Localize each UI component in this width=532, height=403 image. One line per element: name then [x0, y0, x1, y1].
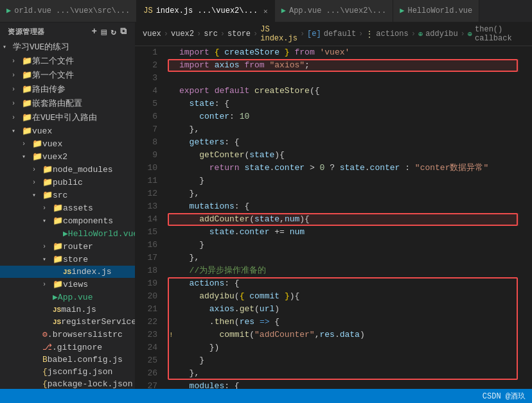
crumb-addyibu[interactable]: addyibu [425, 30, 457, 39]
item-label: vuex [32, 126, 52, 136]
line-content-21: axios.get(url) [179, 303, 519, 316]
folder-icon: 📁 [42, 177, 53, 187]
line-numbers: 1 2 3 4 5 6 7 8 9 10 11 12 13 14 15 16 1 [135, 46, 164, 389]
sidebar-item-src[interactable]: ▾ 📁 src [0, 189, 135, 202]
tab-helloworld-vue[interactable]: ▶ HelloWorld.vue [393, 0, 479, 22]
line-content-2: import axios from "axios"; [179, 59, 519, 72]
code-line-23: ! commit("addCounter",res.data) [169, 329, 519, 341]
breadcrumb: vuex › vuex2 › src › store › JS index.js… [135, 22, 532, 46]
crumb-src[interactable]: src [204, 30, 218, 39]
tab-app-vue[interactable]: ▶ App.vue ...\vuex2\... [275, 0, 393, 22]
folder-icon: 📁 [22, 112, 32, 123]
sidebar-item-di2ge[interactable]: › 📁 第二个文件 [0, 54, 135, 68]
folder-arrow: ▾ [32, 191, 42, 199]
folder-icon: 📁 [53, 254, 63, 264]
sidebar-item-jsconfigjson[interactable]: { jsconfig.json [0, 366, 135, 378]
sidebar-item-router[interactable]: › 📁 router [0, 240, 135, 253]
sidebar-item-vuex[interactable]: ▾ 📁 vuex [0, 124, 135, 137]
sidebar-item-node-modules[interactable]: › 📁 node_modules [0, 163, 135, 176]
crumb-default[interactable]: default [324, 30, 356, 39]
code-line-14: addCounter(state,num){ [169, 213, 519, 226]
bottom-bar: CSDN @酒玖 [0, 389, 532, 403]
folder-icon: 📁 [53, 241, 63, 252]
crumb-store[interactable]: store [227, 30, 251, 39]
rc-file-icon: ⚙ [42, 329, 48, 339]
code-line-18: //为异步操作准备的 [169, 264, 519, 277]
sidebar-item-di1ge[interactable]: › 📁 第一个文件 [0, 68, 135, 82]
tab-close-icon[interactable]: ✕ [263, 7, 268, 15]
sidebar-item-zaivue[interactable]: › 📁 在VUE中引入路由 [0, 110, 135, 124]
folder-icon: 📁 [53, 203, 63, 213]
item-label: 在VUE中引入路由 [32, 112, 97, 123]
vue-file-icon: ▶ [400, 6, 404, 15]
item-label: 第一个文件 [32, 69, 74, 81]
sidebar-item-helloworldvue[interactable]: ▶ HelloWorld.vue [0, 227, 135, 240]
item-label: registerServiceWorker.js [61, 317, 135, 327]
item-label: .gitignore [52, 343, 102, 352]
refresh-icon[interactable]: ↻ [111, 26, 116, 37]
sidebar-item-assets[interactable]: › 📁 assets [0, 202, 135, 214]
item-label: .browserslistrc [48, 330, 123, 339]
item-label: babel.config.js [48, 355, 123, 364]
new-file-icon[interactable]: + [92, 26, 98, 37]
sidebar-item-lutouchuandi[interactable]: › 📁 路由传参 [0, 82, 135, 96]
folder-arrow: ▾ [22, 153, 32, 160]
sidebar-item-babelconfig[interactable]: B babel.config.js [0, 354, 135, 366]
crumb-vuex[interactable]: vuex [143, 30, 161, 39]
item-label: node_modules [53, 165, 113, 175]
sidebar-item-public[interactable]: › 📁 public [0, 176, 135, 189]
sidebar-item-store[interactable]: ▾ 📁 store [0, 253, 135, 266]
crumb-vuex2[interactable]: vuex2 [171, 30, 194, 39]
crumb-indexjs[interactable]: JS index.js [260, 25, 297, 43]
vue-file-icon: ▶ [63, 228, 68, 239]
folder-icon: 📁 [53, 216, 63, 226]
vue-file-icon: ▶ [6, 6, 11, 15]
item-label: App.vue [58, 293, 93, 302]
tab-bar: ▶ orld.vue ...\vuex\src\... JS index.js … [0, 0, 532, 22]
code-line-22: .then(res => { [169, 316, 519, 329]
line-content-23: commit("addCounter",res.data) [179, 329, 519, 341]
babel-file-icon: B [42, 355, 48, 364]
item-label: 路由传参 [32, 83, 66, 95]
new-folder-icon[interactable]: ▤ [101, 26, 107, 37]
code-line-16: } [169, 239, 519, 252]
sidebar-item-views[interactable]: › 📁 views [0, 278, 135, 291]
editor-area[interactable]: 1 2 3 4 5 6 7 8 9 10 11 12 13 14 15 16 1 [135, 46, 532, 389]
collapse-icon[interactable]: ⧉ [120, 26, 127, 37]
line-content-10: return state.conter > 0 ? state.conter :… [179, 162, 519, 175]
item-label: main.js [61, 305, 96, 314]
tab-world-vue[interactable]: ▶ orld.vue ...\vuex\src\... [0, 0, 137, 22]
sidebar-item-appvue[interactable]: ▶ App.vue [0, 291, 135, 304]
line-content-17: }, [179, 252, 519, 264]
code-line-12: }, [169, 187, 519, 200]
crumb-actions[interactable]: actions [376, 30, 408, 39]
sidebar-item-indexjs[interactable]: JS index.js [0, 266, 135, 278]
crumb-then[interactable]: then() callback [475, 25, 524, 43]
sidebar-item-mainjs[interactable]: JS main.js [0, 304, 135, 316]
sidebar-item-packagelock[interactable]: { package-lock.json [0, 378, 135, 389]
folder-icon: 📁 [22, 126, 32, 136]
sep7: › [411, 30, 416, 39]
sidebar-item-components[interactable]: ▾ 📁 components [0, 214, 135, 227]
sidebar-item-browserslistrc[interactable]: ⚙ .browserslistrc [0, 328, 135, 341]
line-content-26: }, [179, 367, 519, 380]
folder-icon: 📁 [42, 190, 53, 200]
code-line-1: import { createStore } from 'vuex' [169, 46, 519, 59]
item-label: vuex2 [42, 152, 67, 162]
sidebar-item-registerjs[interactable]: JS registerServiceWorker.js [0, 316, 135, 328]
line-content-4: export default createStore({ [179, 85, 519, 98]
js-file-icon: JS [53, 306, 61, 314]
tree-root[interactable]: ▾ 学习VUE的练习 [0, 40, 135, 54]
code-line-10: return state.conter > 0 ? state.conter :… [169, 162, 519, 175]
sidebar-item-vuex2[interactable]: ▾ 📁 vuex2 [0, 150, 135, 163]
sidebar-item-qiantaoluyou[interactable]: › 📁 嵌套路由配置 [0, 96, 135, 110]
sidebar-icons: + ▤ ↻ ⧉ [92, 26, 127, 37]
sidebar-item-vuex-inner[interactable]: › 📁 vuex [0, 137, 135, 150]
sidebar-item-gitignore[interactable]: ⎇ .gitignore [0, 341, 135, 354]
folder-arrow: ▾ [42, 217, 53, 225]
code-line-8: getters: { [169, 136, 519, 149]
line-content-8: getters: { [179, 136, 519, 149]
tab-index-js[interactable]: JS index.js ...\vuex2\... ✕ [137, 0, 274, 22]
item-label: router [63, 242, 93, 252]
line-content-5: state: { [179, 98, 519, 110]
